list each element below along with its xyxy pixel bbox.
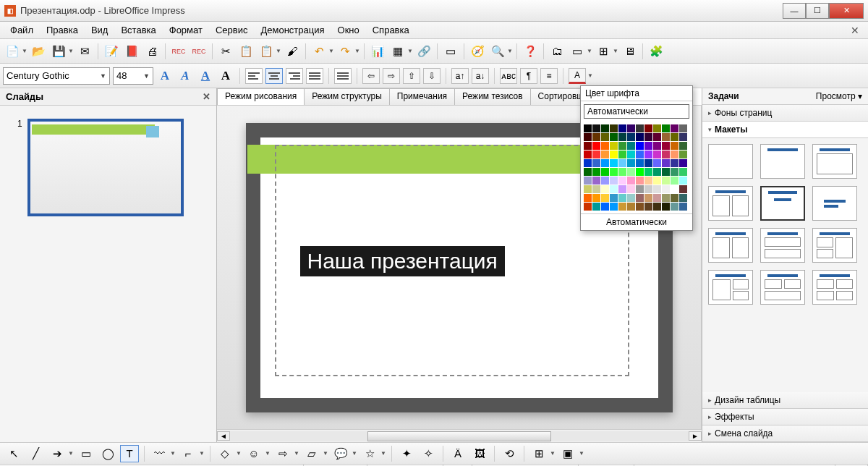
arrow-tool-icon[interactable]: ➔: [48, 445, 67, 462]
decrease-font-icon[interactable]: a↓: [472, 68, 489, 84]
numbering-icon[interactable]: ≡: [540, 68, 558, 84]
export-pdf-icon[interactable]: 📕: [122, 42, 141, 61]
color-swatch[interactable]: [627, 194, 635, 202]
cut-icon[interactable]: ✂: [216, 42, 235, 61]
color-swatch[interactable]: [679, 142, 687, 150]
grid-icon[interactable]: ⊞: [594, 42, 613, 61]
color-swatch[interactable]: [610, 203, 618, 211]
document-close-icon[interactable]: ✕: [846, 25, 864, 36]
color-swatch[interactable]: [592, 168, 600, 176]
section-effects[interactable]: ▸Эффекты: [702, 409, 868, 425]
basic-shapes-icon[interactable]: ◇: [216, 445, 234, 462]
color-swatch[interactable]: [679, 194, 687, 202]
bold-icon[interactable]: A: [156, 69, 174, 83]
color-swatch[interactable]: [653, 185, 661, 193]
color-swatch[interactable]: [618, 142, 626, 150]
color-swatch[interactable]: [618, 177, 626, 185]
color-swatch[interactable]: [653, 194, 661, 202]
color-swatch[interactable]: [653, 133, 661, 141]
navigator-icon[interactable]: 🧭: [468, 42, 487, 61]
color-swatch[interactable]: [601, 151, 609, 158]
color-swatch[interactable]: [618, 168, 626, 176]
color-swatch[interactable]: [636, 142, 644, 150]
gallery-icon[interactable]: 🗂: [548, 42, 566, 61]
flowchart-icon[interactable]: ▱: [302, 445, 321, 462]
align-justify-icon[interactable]: [306, 68, 323, 84]
dropdown-icon[interactable]: ▼: [328, 48, 334, 54]
color-swatch[interactable]: [592, 177, 600, 185]
color-swatch[interactable]: [610, 142, 618, 150]
color-swatch[interactable]: [610, 194, 618, 202]
color-swatch[interactable]: [671, 185, 678, 193]
color-swatch[interactable]: [679, 177, 687, 185]
color-swatch[interactable]: [601, 124, 609, 132]
layout-2x1[interactable]: [708, 228, 753, 263]
dropdown-icon[interactable]: ▼: [22, 48, 27, 54]
color-swatch[interactable]: [636, 124, 644, 132]
slide-thumbnail[interactable]: [27, 119, 184, 216]
color-swatch[interactable]: [601, 159, 609, 167]
dropdown-icon[interactable]: ▼: [550, 450, 556, 457]
tab-handout[interactable]: Режим тезисов: [454, 88, 531, 105]
fontwork-icon[interactable]: Ä: [448, 445, 467, 462]
menu-help[interactable]: Справка: [367, 23, 415, 37]
close-panel-icon[interactable]: ✕: [203, 91, 210, 102]
dropdown-icon[interactable]: ▼: [587, 48, 592, 54]
color-swatch[interactable]: [671, 194, 678, 202]
slide-title-text[interactable]: Наша презентация: [300, 246, 505, 276]
tab-outline[interactable]: Режим структуры: [304, 88, 390, 105]
color-swatch[interactable]: [601, 142, 609, 150]
color-swatch[interactable]: [584, 142, 592, 150]
ellipse-tool-icon[interactable]: ◯: [98, 445, 117, 462]
menu-format[interactable]: Формат: [163, 23, 208, 37]
dropdown-icon[interactable]: ▼: [613, 48, 618, 54]
color-swatch[interactable]: [592, 185, 600, 193]
print-icon[interactable]: 🖨: [142, 42, 161, 61]
color-swatch[interactable]: [592, 142, 600, 150]
color-swatch[interactable]: [653, 203, 661, 211]
color-swatch[interactable]: [627, 168, 635, 176]
color-swatch[interactable]: [592, 133, 600, 141]
layout-1x2[interactable]: [760, 228, 805, 263]
maximize-button[interactable]: ☐: [806, 3, 829, 19]
color-swatch[interactable]: [644, 185, 652, 193]
color-swatch[interactable]: [644, 194, 652, 202]
layout-title[interactable]: [760, 144, 805, 179]
color-swatch[interactable]: [653, 151, 661, 158]
color-swatch[interactable]: [671, 177, 678, 185]
color-swatch[interactable]: [584, 185, 592, 193]
color-swatch[interactable]: [662, 177, 670, 185]
dropdown-icon[interactable]: ▼: [352, 450, 357, 457]
layout-2right[interactable]: [708, 270, 753, 305]
edit-file-icon[interactable]: 📝: [102, 42, 121, 61]
color-swatch[interactable]: [671, 159, 678, 167]
presentation-icon[interactable]: 🖥: [620, 42, 639, 61]
section-table-design[interactable]: ▸Дизайн таблицы: [702, 392, 868, 409]
color-swatch[interactable]: [644, 168, 652, 176]
menu-window[interactable]: Окно: [332, 23, 365, 37]
color-swatch[interactable]: [671, 142, 678, 150]
color-swatch[interactable]: [679, 124, 687, 132]
format-paintbrush-icon[interactable]: 🖌: [283, 42, 302, 61]
color-swatch[interactable]: [618, 203, 626, 211]
color-swatch[interactable]: [662, 133, 670, 141]
color-swatch[interactable]: [601, 194, 609, 202]
section-slide-transition[interactable]: ▸Смена слайда: [702, 425, 868, 442]
color-swatch[interactable]: [671, 168, 678, 176]
color-swatch[interactable]: [610, 168, 618, 176]
color-swatch[interactable]: [636, 177, 644, 185]
hyperlink-icon[interactable]: 🔗: [414, 42, 433, 61]
color-swatch[interactable]: [653, 124, 661, 132]
align-right-icon[interactable]: [286, 68, 303, 84]
color-swatch[interactable]: [662, 159, 670, 167]
color-swatch[interactable]: [679, 159, 687, 167]
color-swatch[interactable]: [671, 133, 678, 141]
curve-tool-icon[interactable]: 〰: [150, 445, 169, 462]
dropdown-icon[interactable]: ▼: [294, 450, 299, 457]
dropdown-icon[interactable]: ▼: [579, 450, 584, 457]
dropdown-icon[interactable]: ▼: [323, 450, 328, 457]
menu-tools[interactable]: Сервис: [210, 23, 254, 37]
auto-color-button[interactable]: Автоматически: [584, 104, 689, 119]
record-macro-icon[interactable]: REC: [169, 42, 188, 61]
color-swatch[interactable]: [662, 168, 670, 176]
